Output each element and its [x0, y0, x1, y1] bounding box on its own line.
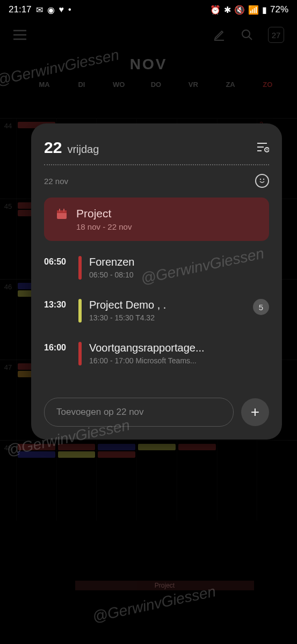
weekday-sun: ZO	[249, 80, 286, 89]
wifi-icon: 📶	[248, 5, 259, 15]
mute-icon: 🔇	[234, 5, 245, 15]
weekday: ZA	[212, 80, 249, 89]
modal-day-number: 22	[44, 138, 62, 157]
svg-point-0	[242, 30, 250, 38]
search-button[interactable]	[240, 28, 254, 42]
allday-title: Project	[76, 207, 132, 220]
status-bar: 21:17 ✉ ◉ ♥ • ⏰ ✱ 🔇 📶 ▮ 72%	[0, 0, 297, 19]
event-item[interactable]: 06:50 Forenzen 06:50 - 08:10	[44, 256, 269, 280]
event-color-bar	[78, 256, 82, 280]
dot-icon: •	[68, 5, 71, 14]
week-number: 44	[0, 119, 16, 199]
mood-button[interactable]	[255, 174, 269, 188]
allday-event[interactable]: Project 18 nov - 22 nov	[44, 197, 269, 241]
signal-icon: ▮	[262, 5, 267, 15]
weekday: DI	[63, 80, 100, 89]
battery-text: 72%	[270, 4, 288, 15]
event-title: Project Demo , .	[89, 299, 245, 311]
weekday: DO	[137, 80, 175, 89]
event-item[interactable]: 13:30 Project Demo , . 13:30 - 15:30 T4.…	[44, 299, 269, 323]
week-number: 47	[0, 360, 16, 440]
event-subtitle: 16:00 - 17:00 Microsoft Teams...	[89, 356, 269, 365]
status-time: 21:17	[9, 4, 32, 15]
heart-icon: ♥	[59, 5, 64, 14]
event-title: Voortgangsrapportage...	[89, 342, 269, 354]
day-detail-modal: 22 vrijdag 22 nov Project 18 nov - 22 no…	[31, 123, 282, 440]
quick-add-input[interactable]	[44, 398, 234, 427]
allday-subtitle: 18 nov - 22 nov	[76, 222, 132, 231]
weekday-header: MA DI WO DO VR ZA ZO	[0, 73, 297, 93]
pinterest-icon: ◉	[47, 5, 55, 15]
svg-point-3	[263, 179, 264, 180]
divider	[44, 164, 269, 165]
notif-icon-1: ✉	[36, 5, 43, 15]
weekday: MA	[26, 80, 63, 89]
menu-button[interactable]	[13, 28, 27, 42]
app-header: 27	[0, 19, 297, 50]
svg-rect-7	[63, 209, 64, 211]
modal-subdate: 22 nov	[44, 177, 68, 186]
event-badge: 5	[253, 299, 269, 315]
modal-day-name: vrijdag	[67, 143, 99, 156]
event-item[interactable]: 16:00 Voortgangsrapportage... 16:00 - 17…	[44, 342, 269, 365]
today-button[interactable]: 27	[268, 27, 284, 43]
alarm-icon: ⏰	[210, 5, 221, 15]
event-time: 16:00	[44, 342, 71, 353]
week-number: 45	[0, 199, 16, 279]
month-label: NOV	[0, 56, 297, 73]
svg-point-2	[260, 179, 261, 180]
event-subtitle: 13:30 - 15:30 T4.32	[89, 313, 245, 322]
add-button[interactable]: +	[241, 398, 269, 426]
bg-allday-banner: Project	[75, 581, 254, 590]
event-time: 13:30	[44, 299, 71, 310]
week-number: 46	[0, 280, 16, 360]
svg-rect-5	[57, 210, 67, 213]
bluetooth-icon: ✱	[224, 5, 231, 15]
event-time: 06:50	[44, 256, 71, 267]
filter-icon[interactable]	[256, 141, 269, 155]
event-title: Forenzen	[89, 256, 269, 268]
weekday: WO	[100, 80, 137, 89]
event-color-bar	[78, 299, 82, 323]
calendar-icon	[56, 208, 68, 220]
event-color-bar	[78, 342, 82, 365]
week-number: 48	[0, 441, 16, 521]
edit-button[interactable]	[212, 28, 226, 42]
svg-rect-6	[59, 209, 60, 211]
weekday: VR	[175, 80, 212, 89]
event-subtitle: 06:50 - 08:10	[89, 270, 269, 279]
